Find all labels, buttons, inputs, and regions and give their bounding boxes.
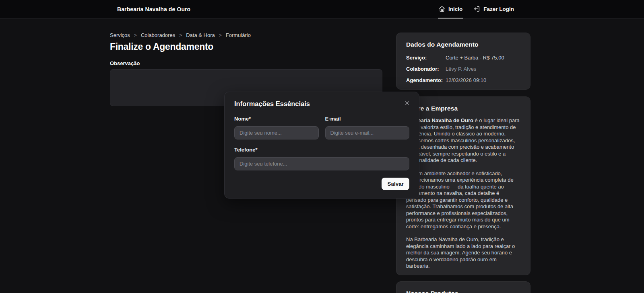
booking-row-label: Agendamento:: [406, 77, 446, 83]
products-card-title: Nossos Produtos: [406, 290, 520, 293]
about-paragraph-2: Em um ambiente acolhedor e sofisticado, …: [406, 170, 520, 230]
email-label: E-mail: [325, 116, 410, 122]
booking-card-title: Dados do Agendamento: [406, 41, 520, 48]
booking-row-colaborador: Colaborador: Lêvy P. Alves: [406, 66, 520, 72]
booking-row-value: Corte + Barba - R$ 75,00: [446, 55, 520, 61]
brand-link[interactable]: Barbearia Navalha de Ouro: [117, 0, 190, 18]
breadcrumb-separator: >: [179, 33, 182, 38]
home-icon: [439, 6, 445, 12]
about-paragraph-1: Barbearia Navalha de Ouro é o lugar idea…: [406, 117, 520, 164]
nav-fazer-login[interactable]: Fazer Login: [473, 0, 515, 18]
modal-fields-row: Nome* E-mail: [234, 116, 409, 139]
app-root: Barbearia Navalha de Ouro Inicio Fazer L…: [0, 0, 644, 293]
nav-inicio-label: Inicio: [448, 6, 462, 12]
name-label: Nome*: [234, 116, 319, 122]
breadcrumb-separator: >: [219, 33, 222, 38]
header-nav: Inicio Fazer Login: [438, 0, 515, 18]
breadcrumb-colaboradores[interactable]: Colaboradores: [141, 32, 175, 38]
modal-footer: Salvar: [234, 178, 409, 190]
breadcrumb-formulario: Formulário: [226, 32, 251, 38]
breadcrumb-data-hora[interactable]: Data & Hora: [186, 32, 215, 38]
email-input[interactable]: [325, 126, 410, 139]
booking-row-value: 12/03/2026 09:10: [446, 77, 520, 83]
breadcrumb-separator: >: [134, 33, 137, 38]
about-paragraph-3: Na Barbearia Navalha de Ouro, tradição e…: [406, 236, 520, 270]
breadcrumb-servicos[interactable]: Serviços: [110, 32, 130, 38]
save-button[interactable]: Salvar: [382, 178, 409, 190]
breadcrumb: Serviços > Colaboradores > Data & Hora >…: [110, 32, 251, 38]
email-field-group: E-mail: [325, 116, 410, 139]
about-paragraph-1-text: é o lugar ideal para quem valoriza estil…: [406, 117, 520, 163]
products-card: Nossos Produtos: [396, 281, 530, 293]
booking-card: Dados do Agendamento Serviço: Corte + Ba…: [396, 33, 530, 90]
booking-row-agendamento: Agendamento: 12/03/2026 09:10: [406, 77, 520, 83]
modal-header: Informações Essênciais: [234, 100, 409, 108]
name-field-group: Nome*: [234, 116, 319, 139]
header: Barbearia Navalha de Ouro Inicio Fazer L…: [0, 0, 644, 18]
close-icon[interactable]: [403, 99, 411, 107]
phone-field-group: Telefone*: [234, 147, 409, 170]
nav-inicio[interactable]: Inicio: [438, 0, 463, 18]
observation-label: Observação: [110, 60, 140, 66]
page-title: Finalize o Agendamento: [110, 41, 213, 52]
booking-row-label: Colaborador:: [406, 66, 446, 72]
modal-title: Informações Essênciais: [234, 100, 310, 108]
booking-row-value: Lêvy P. Alves: [446, 66, 520, 72]
booking-row-servico: Serviço: Corte + Barba - R$ 75,00: [406, 55, 520, 61]
booking-row-label: Serviço:: [406, 55, 446, 61]
name-input[interactable]: [234, 126, 319, 139]
nav-fazer-login-label: Fazer Login: [483, 6, 514, 12]
phone-label: Telefone*: [234, 147, 409, 153]
booking-rows: Serviço: Corte + Barba - R$ 75,00 Colabo…: [406, 55, 520, 83]
login-icon: [474, 6, 480, 12]
about-card-title: Sobre a Empresa: [406, 105, 520, 112]
phone-input[interactable]: [234, 157, 409, 170]
essential-info-modal: Informações Essênciais Nome* E-mail Tele…: [224, 92, 419, 199]
